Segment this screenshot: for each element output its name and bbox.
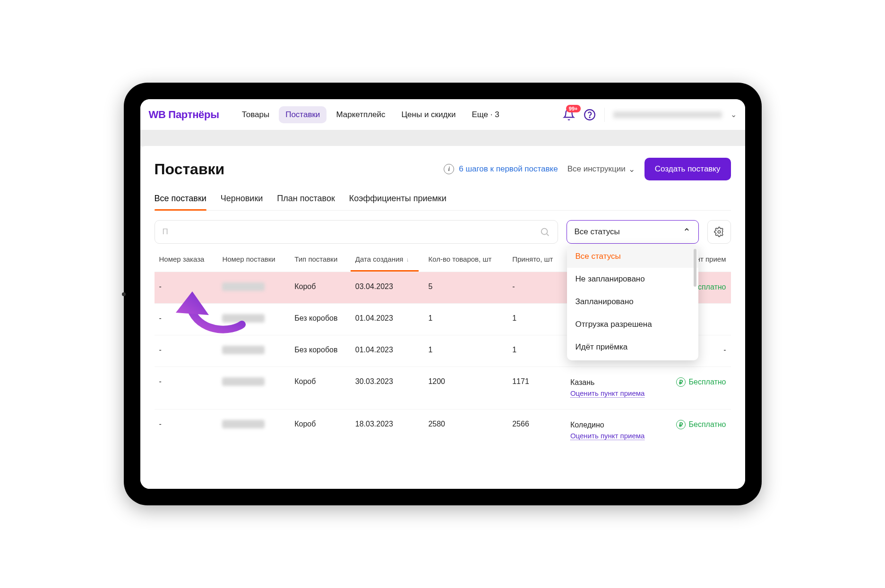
cell-supply-number: [217, 304, 290, 335]
rate-point-link[interactable]: Оценить пункт приема: [570, 432, 644, 440]
cell-order: -: [155, 367, 218, 409]
nav-item-products[interactable]: Товары: [235, 106, 276, 123]
filter-row: П Все статусы ⌃ Все статусы Не запланиро…: [155, 220, 731, 244]
create-supply-button[interactable]: Создать поставку: [644, 158, 731, 180]
status-option-not-planned[interactable]: Не запланировано: [567, 268, 698, 290]
instructions-dropdown[interactable]: Все инструкции ⌄: [567, 164, 635, 174]
nav-items: Товары Поставки Маркетплейс Цены и скидк…: [235, 106, 506, 123]
cell-supply-number: [217, 409, 290, 452]
dropdown-scrollbar[interactable]: [694, 249, 696, 357]
rate-point-link[interactable]: Оценить пункт приема: [570, 389, 644, 398]
table-row[interactable]: -Короб30.03.202312001171КазаньОценить пу…: [155, 367, 731, 409]
tab-drafts[interactable]: Черновики: [221, 194, 263, 210]
chevron-down-icon: ⌄: [628, 164, 635, 174]
cell-accepted: 2566: [507, 409, 566, 452]
svg-line-3: [547, 234, 549, 236]
status-filter-label: Все статусы: [575, 227, 620, 237]
cell-qty: 5: [423, 272, 507, 304]
nav-right: 99+ ⌄: [563, 108, 737, 122]
tab-plan[interactable]: План поставок: [277, 194, 335, 210]
gear-icon: [714, 227, 724, 237]
col-created-date[interactable]: Дата создания ↓: [351, 248, 424, 272]
cell-supply-number: [217, 367, 290, 409]
cell-order: -: [155, 335, 218, 367]
ruble-icon: ₽: [676, 420, 686, 429]
top-navbar: WB Партнёры Товары Поставки Маркетплейс …: [140, 99, 745, 130]
nav-item-more[interactable]: Еще · 3: [465, 106, 506, 123]
col-supply-type[interactable]: Тип поставки: [290, 248, 351, 272]
status-filter[interactable]: Все статусы ⌃ Все статусы Не запланирова…: [567, 220, 699, 244]
user-menu-chevron[interactable]: ⌄: [730, 110, 737, 119]
tablet-home-button: [122, 292, 126, 296]
steps-info: i 6 шагов к первой поставке: [444, 164, 558, 174]
svg-point-4: [718, 230, 721, 233]
table-row[interactable]: -Короб18.03.202325802566КолединоОценить …: [155, 409, 731, 452]
cell-accepted: 1: [507, 335, 566, 367]
cell-accepted: 1: [507, 304, 566, 335]
gray-strip: [140, 130, 745, 146]
cell-qty: 1: [423, 335, 507, 367]
nav-item-prices[interactable]: Цены и скидки: [395, 106, 463, 123]
sort-arrow-icon: ↓: [406, 256, 409, 263]
cell-order: -: [155, 304, 218, 335]
nav-item-marketplace[interactable]: Маркетплейс: [329, 106, 392, 123]
cell-supply-number: [217, 335, 290, 367]
brand-logo[interactable]: WB Партнёры: [149, 109, 219, 121]
steps-link[interactable]: 6 шагов к первой поставке: [459, 164, 558, 174]
status-dropdown: Все статусы Не запланировано Запланирова…: [567, 245, 698, 360]
cell-warehouse: КазаньОценить пункт приема: [566, 367, 662, 409]
info-icon: i: [444, 164, 454, 174]
tab-all-supplies[interactable]: Все поставки: [155, 194, 206, 210]
warehouse-name: Коледино: [570, 420, 658, 430]
nav-item-supplies[interactable]: Поставки: [279, 106, 327, 123]
search-placeholder: П: [163, 227, 168, 237]
cell-type: Короб: [290, 409, 351, 452]
help-icon: [584, 109, 596, 121]
status-option-planned[interactable]: Запланировано: [567, 290, 698, 313]
cell-qty: 2580: [423, 409, 507, 452]
col-order-number[interactable]: Номер заказа: [155, 248, 218, 272]
svg-point-2: [541, 229, 547, 235]
screen: WB Партнёры Товары Поставки Маркетплейс …: [140, 99, 745, 489]
cell-qty: 1: [423, 304, 507, 335]
chevron-up-icon: ⌃: [683, 226, 691, 238]
cell-date: 03.04.2023: [351, 272, 424, 304]
cell-accepted: -: [507, 272, 566, 304]
col-accepted[interactable]: Принято, шт: [507, 248, 566, 272]
tabs: Все поставки Черновики План поставок Коэ…: [155, 194, 731, 211]
cell-type: Без коробов: [290, 335, 351, 367]
svg-point-1: [589, 117, 590, 117]
cell-type: Без коробов: [290, 304, 351, 335]
ruble-icon: ₽: [676, 377, 686, 387]
cell-warehouse: КолединоОценить пункт приема: [566, 409, 662, 452]
cell-date: 30.03.2023: [351, 367, 424, 409]
cell-type: Короб: [290, 272, 351, 304]
cell-type: Короб: [290, 367, 351, 409]
status-option-all[interactable]: Все статусы: [567, 245, 698, 268]
cell-coef: ₽Бесплатно: [662, 409, 731, 452]
search-input[interactable]: П: [155, 220, 558, 244]
page-title: Поставки: [155, 161, 225, 178]
page-content: Поставки i 6 шагов к первой поставке Все…: [140, 146, 745, 489]
cell-qty: 1200: [423, 367, 507, 409]
user-name[interactable]: [613, 110, 722, 119]
table-settings-button[interactable]: [707, 220, 731, 244]
col-qty[interactable]: Кол-во товаров, шт: [423, 248, 507, 272]
col-created-date-label: Дата создания: [355, 255, 404, 263]
tablet-frame: WB Партнёры Товары Поставки Маркетплейс …: [124, 83, 762, 505]
cell-date: 18.03.2023: [351, 409, 424, 452]
col-supply-number[interactable]: Номер поставки: [217, 248, 290, 272]
cell-date: 01.04.2023: [351, 304, 424, 335]
status-option-receiving[interactable]: Идёт приёмка: [567, 336, 698, 358]
cell-accepted: 1171: [507, 367, 566, 409]
help-button[interactable]: [584, 109, 596, 121]
instructions-label: Все инструкции: [567, 164, 626, 174]
tab-coefficients[interactable]: Коэффициенты приемки: [349, 194, 447, 210]
divider: [604, 108, 605, 122]
search-icon: [540, 227, 550, 237]
svg-point-0: [584, 110, 595, 120]
notifications-button[interactable]: 99+: [563, 109, 575, 121]
cell-date: 01.04.2023: [351, 335, 424, 367]
status-option-shipment-allowed[interactable]: Отгрузка разрешена: [567, 313, 698, 336]
cell-order: -: [155, 409, 218, 452]
